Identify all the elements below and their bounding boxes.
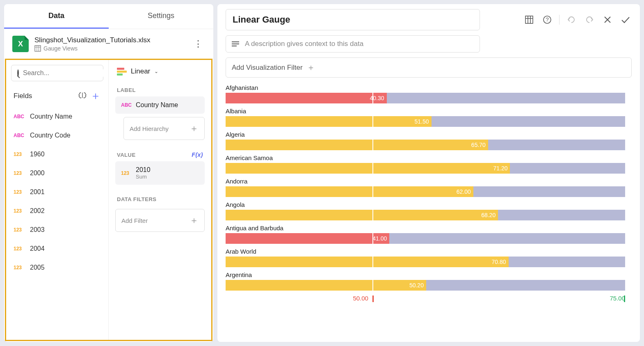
value-pill-name: 2010 (136, 166, 199, 174)
add-visualization-filter-button[interactable]: Add Visualization Filter ＋ (226, 57, 632, 78)
visualization-selector[interactable]: Linear ⌄ (115, 65, 205, 84)
search-input[interactable] (23, 69, 105, 77)
gauge-label: Albania (226, 108, 625, 115)
axis-max-tick (624, 296, 625, 302)
gauge-row: Albania51.50 (226, 108, 625, 127)
abc-type-icon: ABC (121, 102, 132, 108)
gauge-label: Antigua and Barbuda (226, 225, 625, 231)
gauge-fill: 71.20 (226, 163, 510, 174)
left-panel: Data Settings X Slingshot_Visualization_… (4, 4, 213, 342)
add-filter-button[interactable]: Add Filter ＋ (115, 209, 205, 232)
gauge-row: Antigua and Barbuda41.00 (226, 225, 625, 244)
linear-gauge-icon (117, 68, 127, 76)
gauge-marker (372, 115, 373, 128)
redo-button[interactable] (583, 14, 596, 26)
field-item[interactable]: 1232003 (11, 220, 103, 239)
ai-fields-icon[interactable] (78, 92, 87, 101)
search-box[interactable] (11, 65, 103, 81)
axis-row: 50.00 75.00 (226, 295, 625, 307)
add-viz-filter-label: Add Visualization Filter (232, 64, 303, 72)
gauge-label: Angola (226, 201, 625, 208)
gauge-bar[interactable]: 41.00 (226, 233, 625, 244)
help-icon[interactable]: ? (541, 14, 553, 26)
datasource-row: X Slingshot_Visualization_Tutorials.xlsx… (4, 29, 213, 59)
field-name: Country Name (30, 113, 72, 120)
field-item[interactable]: 1232000 (11, 164, 103, 183)
gauge-row: Andorra62.00 (226, 178, 625, 197)
description-input[interactable] (245, 40, 474, 48)
gauge-label: American Samoa (226, 154, 625, 161)
tab-data[interactable]: Data (4, 4, 109, 29)
section-datafilters-label: DATA FILTERS (115, 193, 205, 206)
sheet-icon (34, 45, 41, 52)
num-type-icon: 123 (14, 265, 26, 270)
field-name: 2002 (30, 207, 45, 215)
field-name: Country Code (30, 132, 71, 139)
tab-settings[interactable]: Settings (109, 4, 213, 29)
gauge-marker (372, 232, 373, 245)
field-item[interactable]: ABCCountry Code (11, 126, 103, 145)
gauge-row: Arab World70.80 (226, 248, 625, 267)
plus-icon: ＋ (190, 122, 199, 135)
field-item[interactable]: 1231960 (11, 145, 103, 164)
gauge-fill: 62.00 (226, 186, 473, 197)
field-item[interactable]: 1232001 (11, 183, 103, 202)
gauge-marker (372, 92, 373, 104)
description-row[interactable] (226, 35, 480, 53)
field-name: 1960 (30, 151, 45, 158)
chart-area: Afghanistan40.30Albania51.50Algeria65.70… (226, 84, 632, 342)
gauge-bar[interactable]: 40.30 (226, 93, 625, 103)
grid-view-icon[interactable] (523, 14, 535, 26)
field-name: 2001 (30, 188, 45, 196)
axis-min-tick (372, 296, 374, 302)
datasource-filename: Slingshot_Visualization_Tutorials.xlsx (34, 36, 185, 44)
gauge-label: Andorra (226, 178, 625, 185)
gauge-row: Argentina50.20 (226, 271, 625, 291)
field-list: ABCCountry NameABCCountry Code1231960123… (11, 107, 103, 335)
gauge-bar[interactable]: 71.20 (226, 163, 625, 174)
add-hierarchy-label: Add Hierarchy (130, 125, 169, 132)
excel-icon: X (12, 36, 29, 52)
add-filter-label: Add Filter (121, 217, 148, 224)
axis-max-label: 75.00 (610, 295, 625, 302)
field-name: 2000 (30, 170, 45, 177)
section-value-label: VALUE (117, 152, 136, 158)
section-label-label: LABEL (115, 84, 205, 96)
close-button[interactable] (601, 14, 614, 26)
add-hierarchy-button[interactable]: Add Hierarchy ＋ (123, 117, 205, 140)
gauge-fill: 40.30 (226, 93, 387, 103)
gauge-row: Angola68.20 (226, 201, 625, 220)
field-item[interactable]: ABCCountry Name (11, 107, 103, 126)
visualization-title-input[interactable] (226, 9, 480, 30)
gauge-fill: 50.20 (226, 280, 426, 291)
num-type-icon: 123 (14, 227, 26, 233)
label-pill[interactable]: ABC Country Name (115, 96, 205, 114)
gauge-bar[interactable]: 70.80 (226, 257, 625, 267)
field-item[interactable]: 1232005 (11, 258, 103, 277)
gauge-marker (372, 256, 373, 268)
value-pill[interactable]: 123 2010 Sum (115, 161, 205, 185)
add-field-button[interactable]: ＋ (90, 89, 101, 103)
gauge-fill: 51.50 (226, 116, 432, 127)
undo-button[interactable] (565, 14, 578, 26)
value-pill-agg: Sum (136, 174, 199, 180)
gauge-bar[interactable]: 50.20 (226, 280, 625, 291)
gauge-bar[interactable]: 62.00 (226, 186, 625, 197)
gauge-bar[interactable]: 51.50 (226, 116, 625, 127)
field-item[interactable]: 1232002 (11, 202, 103, 220)
fx-button[interactable]: F(x) (192, 151, 203, 158)
fields-header-label: Fields (14, 92, 32, 100)
field-item[interactable]: 1232004 (11, 239, 103, 258)
gauge-bar[interactable]: 65.70 (226, 140, 625, 150)
num-type-icon: 123 (121, 170, 132, 176)
gauge-label: Algeria (226, 131, 625, 138)
gauge-row: Algeria65.70 (226, 131, 625, 150)
field-name: 2005 (30, 264, 45, 271)
num-type-icon: 123 (14, 170, 26, 176)
plus-icon: ＋ (190, 214, 199, 227)
datasource-menu-button[interactable]: ⋮ (191, 39, 205, 49)
label-pill-name: Country Name (136, 101, 178, 109)
num-type-icon: 123 (14, 208, 26, 214)
gauge-bar[interactable]: 68.20 (226, 210, 625, 220)
confirm-button[interactable] (619, 14, 632, 26)
